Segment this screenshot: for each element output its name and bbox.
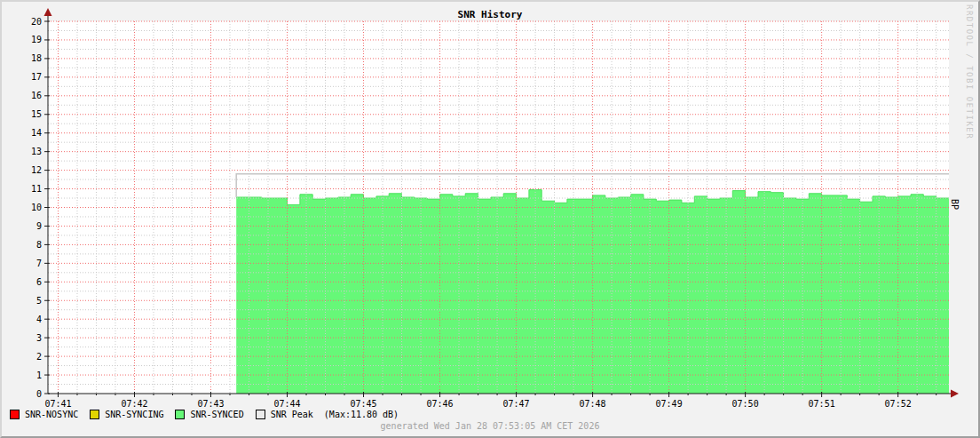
legend-item-snr-syncing: SNR-SYNCING xyxy=(90,410,163,419)
svg-text:2: 2 xyxy=(36,352,42,362)
svg-text:07:50: 07:50 xyxy=(732,399,759,409)
svg-text:18: 18 xyxy=(31,53,42,63)
svg-text:9: 9 xyxy=(36,221,42,231)
svg-text:17: 17 xyxy=(31,72,42,82)
legend: SNR-NOSYNC SNR-SYNCING SNR-SYNCED SNR Pe… xyxy=(10,410,410,419)
legend-peak-max-value: (Max:11.80 dB) xyxy=(324,410,399,419)
svg-text:07:43: 07:43 xyxy=(197,399,224,409)
svg-text:07:44: 07:44 xyxy=(273,399,300,409)
svg-text:07:41: 07:41 xyxy=(44,399,71,409)
rrdtool-watermark: RRDTOOL / TOBI OETIKER xyxy=(965,4,974,139)
svg-text:4: 4 xyxy=(36,315,42,324)
svg-text:12: 12 xyxy=(31,165,42,175)
svg-text:16: 16 xyxy=(31,91,42,100)
legend-swatch-peak xyxy=(256,410,265,419)
legend-swatch-yellow xyxy=(90,410,99,419)
svg-text:3: 3 xyxy=(36,333,42,343)
legend-item-snr-synced: SNR-SYNCED xyxy=(175,410,243,419)
snr-history-plot: 0123456789101112131415161718192007:4107:… xyxy=(2,2,980,438)
svg-text:14: 14 xyxy=(31,128,42,138)
svg-text:20: 20 xyxy=(31,17,42,27)
svg-text:07:46: 07:46 xyxy=(426,399,453,409)
svg-text:11: 11 xyxy=(31,184,42,194)
legend-label-snr-synced: SNR-SYNCED xyxy=(190,410,243,419)
generated-timestamp: generated Wed Jan 28 07:53:05 AM CET 202… xyxy=(2,421,978,431)
svg-text:0: 0 xyxy=(36,389,42,399)
legend-label-snr-syncing: SNR-SYNCING xyxy=(105,410,163,419)
svg-text:07:42: 07:42 xyxy=(121,399,147,409)
svg-text:07:51: 07:51 xyxy=(809,399,835,409)
legend-swatch-green xyxy=(175,410,185,419)
svg-text:07:49: 07:49 xyxy=(656,399,683,409)
svg-text:15: 15 xyxy=(31,109,42,119)
svg-text:07:52: 07:52 xyxy=(885,399,912,409)
svg-text:07:45: 07:45 xyxy=(350,399,376,409)
right-axis-label: BP xyxy=(950,199,960,210)
svg-text:07:47: 07:47 xyxy=(503,399,530,409)
legend-item-snr-nosync: SNR-NOSYNC xyxy=(10,410,78,419)
legend-label-snr-nosync: SNR-NOSYNC xyxy=(25,410,78,419)
svg-text:6: 6 xyxy=(36,277,42,287)
svg-text:5: 5 xyxy=(36,296,42,306)
svg-text:19: 19 xyxy=(31,35,42,44)
svg-text:8: 8 xyxy=(36,240,42,250)
svg-text:10: 10 xyxy=(31,203,42,212)
svg-text:1: 1 xyxy=(36,370,42,380)
svg-text:7: 7 xyxy=(36,259,42,268)
legend-swatch-red xyxy=(10,410,20,419)
svg-text:07:48: 07:48 xyxy=(580,399,606,409)
legend-item-snr-peak: SNR Peak (Max:11.80 dB) xyxy=(256,410,399,419)
snr-history-graph: SNR History 0123456789101112131415161718… xyxy=(0,0,980,438)
legend-label-snr-peak: SNR Peak xyxy=(271,410,313,419)
svg-text:13: 13 xyxy=(31,147,42,156)
